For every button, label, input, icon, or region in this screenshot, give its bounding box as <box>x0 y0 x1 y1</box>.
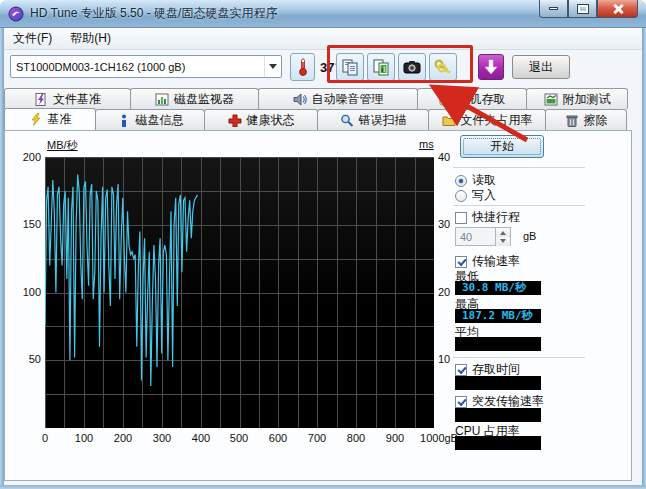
hdtune-logo-icon <box>8 6 24 22</box>
disk-monitor-icon <box>155 93 169 106</box>
close-icon <box>612 3 624 15</box>
tab-label: 文件夹占用率 <box>461 112 533 129</box>
cpu-usage-value-box <box>455 436 541 450</box>
maximize-icon <box>578 5 588 13</box>
read-radio[interactable] <box>455 175 467 187</box>
spinner-up-icon[interactable] <box>496 228 510 237</box>
window-border-bottom <box>0 485 646 489</box>
tab-random-access[interactable]: 随机存取 <box>417 88 527 109</box>
toolbar: ST1000DM003-1CH162 (1000 gB) 37℃ <box>4 50 642 88</box>
access-time-value-box <box>455 376 541 390</box>
menu-file[interactable]: 文件(F) <box>4 27 61 50</box>
write-radio-row[interactable]: 写入 <box>455 187 496 204</box>
tab-label: 磁盘信息 <box>136 112 184 129</box>
info-icon <box>117 114 131 127</box>
access-time-checkbox[interactable] <box>455 364 467 376</box>
thermometer-icon <box>297 57 309 77</box>
shortstroke-spinner[interactable] <box>455 227 511 246</box>
download-arrow-icon <box>484 59 498 75</box>
left-axis-unit: MB/秒 <box>47 138 78 153</box>
health-cross-icon <box>228 114 242 127</box>
exit-button-label: 退出 <box>529 59 553 76</box>
shortstroke-size-input[interactable] <box>456 228 495 245</box>
spinner-down-icon[interactable] <box>496 237 510 246</box>
shortstroke-label: 快捷行程 <box>472 209 520 226</box>
dice-icon <box>439 93 453 106</box>
start-button[interactable]: 开始 <box>460 135 544 158</box>
maximize-button[interactable] <box>568 0 597 18</box>
window-title: HD Tune 专业版 5.50 - 硬盘/固态硬盘实用程序 <box>30 5 277 22</box>
write-radio[interactable] <box>455 190 467 202</box>
right-axis-unit: ms <box>419 138 434 150</box>
tab-benchmark[interactable]: 基准 <box>4 108 96 130</box>
shortstroke-checkbox[interactable] <box>455 212 467 224</box>
avg-value-box <box>455 337 541 351</box>
tab-label: 磁盘监视器 <box>174 91 234 108</box>
tab-disk-info[interactable]: 磁盘信息 <box>95 109 205 130</box>
min-value-box: 30.8 MB/秒 <box>455 281 541 295</box>
folder-icon <box>442 114 456 127</box>
close-button[interactable] <box>597 0 638 18</box>
benchmark-controls: 开始 读取 写入 快捷行程 <box>451 131 591 482</box>
menu-help[interactable]: 帮助(H) <box>61 27 120 50</box>
benchmark-plot <box>45 157 434 428</box>
lightning-icon <box>29 113 43 126</box>
exit-button[interactable]: 退出 <box>512 55 570 79</box>
tab-acoustic-management[interactable]: 自动噪音管理 <box>258 88 418 109</box>
magnifier-icon <box>340 114 354 127</box>
burst-rate-checkbox[interactable] <box>455 396 467 408</box>
transfer-label: 传输速率 <box>472 253 520 270</box>
tab-label: 随机存取 <box>458 91 506 108</box>
tab-disk-monitor[interactable]: 磁盘监视器 <box>130 88 259 109</box>
window-border-right <box>642 28 646 489</box>
speaker-icon <box>293 93 307 106</box>
tab-label: 文件基准 <box>53 91 101 108</box>
start-button-label: 开始 <box>490 138 514 155</box>
tab-strip-primary: 基准 磁盘信息 健康状态 错误扫描 <box>4 109 632 130</box>
tab-error-scan[interactable]: 错误扫描 <box>317 109 429 130</box>
benchmark-line-svg <box>45 157 434 428</box>
tab-label: 附加测试 <box>563 91 611 108</box>
benchmark-page: MB/秒 ms 200 150 100 50 40 30 20 10 0 100… <box>4 130 632 481</box>
chevron-down-icon[interactable] <box>264 56 281 77</box>
tab-folder-usage[interactable]: 文件夹占用率 <box>428 109 546 130</box>
highlight-rectangle <box>327 45 473 83</box>
menu-bar: 文件(F) 帮助(H) <box>4 28 642 50</box>
title-bar[interactable]: HD Tune 专业版 5.50 - 硬盘/固态硬盘实用程序 <box>0 0 646 28</box>
tab-label: 基准 <box>48 111 72 128</box>
max-value-box: 187.2 MB/秒 <box>455 309 541 323</box>
tab-label: 健康状态 <box>247 112 295 129</box>
file-benchmark-icon <box>34 93 48 106</box>
drive-select-value: ST1000DM003-1CH162 (1000 gB) <box>11 61 264 73</box>
left-ytick: 50 <box>7 353 41 365</box>
tab-label: 自动噪音管理 <box>312 91 384 108</box>
tab-health[interactable]: 健康状态 <box>204 109 318 130</box>
left-ytick: 200 <box>7 151 41 163</box>
app-window: HD Tune 专业版 5.50 - 硬盘/固态硬盘实用程序 文件(F) 帮助(… <box>0 0 646 489</box>
trash-icon <box>565 114 579 127</box>
client-area: 文件(F) 帮助(H) ST1000DM003-1CH162 (1000 gB)… <box>4 28 642 485</box>
save-results-button[interactable] <box>478 54 504 80</box>
minimize-icon <box>549 7 558 10</box>
tab-label: 错误扫描 <box>359 112 407 129</box>
benchmark-line <box>45 175 198 386</box>
tab-label: 擦除 <box>584 112 608 129</box>
minimize-button[interactable] <box>539 0 568 18</box>
left-ytick: 150 <box>7 218 41 230</box>
tab-file-benchmark[interactable]: 文件基准 <box>4 88 131 109</box>
extra-tests-icon <box>544 93 558 106</box>
left-ytick: 100 <box>7 286 41 298</box>
burst-rate-value-box <box>455 408 541 422</box>
drive-select[interactable]: ST1000DM003-1CH162 (1000 gB) <box>10 55 282 78</box>
tab-extra-tests[interactable]: 附加测试 <box>526 88 628 109</box>
shortstroke-row[interactable]: 快捷行程 <box>455 209 520 226</box>
tab-erase[interactable]: 擦除 <box>545 109 627 130</box>
tab-strip-secondary: 文件基准 磁盘监视器 自动噪音管理 <box>4 88 632 109</box>
transfer-checkbox[interactable] <box>455 256 467 268</box>
temperature-button[interactable] <box>290 53 315 81</box>
write-radio-label: 写入 <box>472 187 496 204</box>
spinner-unit-label: gB <box>523 230 536 242</box>
